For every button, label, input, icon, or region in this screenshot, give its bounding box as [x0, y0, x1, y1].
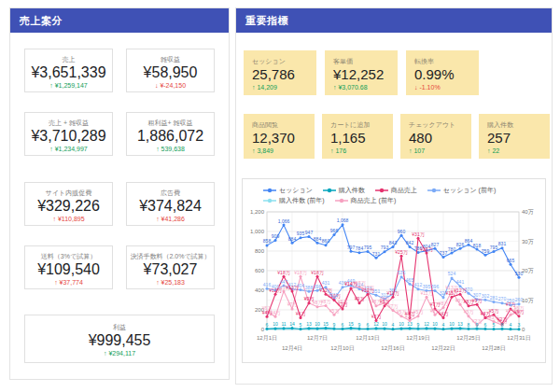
chart-legend-item[interactable]: 商品売上	[375, 186, 417, 195]
card-label: 送料（3%で試算）	[25, 252, 112, 260]
svg-text:¥12万: ¥12万	[319, 287, 332, 293]
svg-text:¥18万: ¥18万	[294, 270, 307, 275]
card-delta: ↑ 539,638	[127, 145, 214, 154]
svg-text:281: 281	[490, 295, 498, 301]
kpi-card: 商品閲覧12,370↑ 3,849	[244, 114, 315, 159]
svg-text:¥12万: ¥12万	[269, 287, 282, 293]
svg-text:270: 270	[498, 296, 507, 301]
kpi-row-2: 商品閲覧12,370↑ 3,849カートに追加1,165↑ 176チェックアウト…	[244, 114, 552, 159]
svg-text:12月10日: 12月10日	[330, 345, 354, 352]
svg-text:960: 960	[398, 229, 406, 234]
svg-text:6: 6	[266, 322, 269, 328]
scorecard-row: 売上¥3,651,339↑ ¥1,259,147雑収益¥58,950↓ ¥-24…	[24, 49, 215, 92]
svg-text:9: 9	[333, 322, 336, 328]
card-delta-value: ¥37,774	[58, 279, 83, 286]
card-label: カートに追加	[330, 120, 393, 129]
trend-chart[interactable]: セッション購入件数商品売上セッション (前年)購入件数 (前年)商品売上 (前年…	[242, 178, 546, 363]
card-delta: ↑ ¥1,259,147	[25, 81, 112, 91]
card-value: 0.99%	[414, 65, 479, 83]
svg-text:11: 11	[281, 321, 286, 327]
svg-text:465: 465	[406, 277, 414, 283]
svg-text:12: 12	[424, 321, 429, 327]
svg-text:12月1日: 12月1日	[257, 335, 277, 342]
svg-text:395: 395	[423, 284, 431, 289]
svg-text:12月19日: 12月19日	[406, 335, 429, 342]
chart-legend-item[interactable]: 購入件数	[323, 186, 365, 195]
card-delta-value: ¥25,183	[160, 279, 185, 286]
svg-text:¥4万: ¥4万	[405, 311, 416, 316]
card-value: ¥3,651,339	[25, 63, 112, 81]
card-value: ¥73,027	[127, 260, 214, 278]
svg-text:884: 884	[288, 236, 297, 242]
svg-text:842: 842	[406, 240, 414, 245]
key-metrics-panel: 重要指標 セッション25,786↑ 14,209客単価¥12,252↑ ¥3,0…	[235, 7, 553, 385]
trend-chart-svg: 02004006008001,0001,200010万20万30万40万12月1…	[243, 206, 547, 359]
svg-text:737: 737	[440, 250, 448, 256]
card-label: サイト内販促費	[25, 189, 112, 197]
svg-text:10: 10	[382, 321, 387, 327]
svg-text:795: 795	[364, 245, 372, 250]
svg-text:¥25万: ¥25万	[395, 249, 408, 255]
legend-marker-icon	[375, 188, 388, 193]
svg-text:14: 14	[289, 321, 295, 327]
svg-text:10: 10	[315, 321, 320, 327]
svg-text:412: 412	[414, 282, 423, 287]
card-delta-value: ¥1,234,997	[53, 146, 88, 152]
svg-text:302: 302	[482, 293, 490, 299]
card-label: セッション	[252, 57, 316, 65]
svg-text:10万: 10万	[522, 298, 534, 303]
svg-text:780: 780	[448, 246, 456, 252]
legend-label: 購入件数	[339, 186, 365, 195]
card-value: ¥58,950	[127, 63, 214, 81]
svg-text:759: 759	[482, 248, 490, 254]
card-delta: ↓ -1.10%	[414, 83, 479, 92]
svg-text:784: 784	[356, 245, 364, 251]
svg-text:¥12万: ¥12万	[454, 287, 467, 293]
card-delta-value: ¥-24,150	[158, 82, 186, 89]
chart-legend-item[interactable]: セッション (前年)	[427, 186, 496, 195]
card-label: 利益	[25, 323, 214, 331]
legend-label: 商品売上	[391, 186, 417, 195]
svg-text:¥8万: ¥8万	[321, 299, 332, 304]
chart-legend-item[interactable]: 購入件数 (前年)	[263, 196, 325, 205]
card-delta-value: ¥41,286	[160, 216, 185, 222]
svg-text:10: 10	[449, 321, 455, 327]
svg-text:¥3万: ¥3万	[371, 314, 383, 319]
scorecard: 雑収益¥58,950↓ ¥-24,150	[126, 49, 215, 92]
card-value: 257	[487, 129, 550, 147]
card-delta-value: ¥3,070.68	[337, 84, 368, 91]
chart-legend-item[interactable]: 商品売上 (前年)	[335, 196, 397, 205]
scorecard: 売上¥3,651,339↑ ¥1,259,147	[24, 49, 113, 92]
svg-text:10: 10	[273, 321, 278, 327]
chart-legend-item[interactable]: セッション	[263, 186, 313, 195]
kpi-card: 転換率0.99%↓ -1.10%	[406, 50, 479, 95]
svg-text:12月13日: 12月13日	[356, 335, 379, 342]
card-value: ¥3,710,289	[25, 127, 112, 145]
svg-text:¥4万: ¥4万	[262, 310, 273, 315]
svg-text:1,200: 1,200	[250, 209, 265, 215]
legend-marker-icon	[427, 188, 441, 193]
card-delta: ↑ ¥3,070.68	[333, 83, 398, 92]
svg-text:818: 818	[473, 243, 482, 248]
card-delta-value: 176	[334, 147, 347, 154]
svg-text:831: 831	[498, 241, 507, 246]
card-delta-value: 539,638	[160, 146, 185, 152]
card-value: ¥329,226	[25, 197, 112, 215]
svg-text:843: 843	[389, 240, 398, 245]
card-label: 売上	[25, 55, 112, 63]
card-value: 480	[409, 129, 471, 147]
svg-text:5: 5	[493, 322, 496, 328]
svg-text:12: 12	[373, 321, 379, 327]
svg-text:¥13万: ¥13万	[286, 285, 299, 290]
svg-text:9: 9	[358, 322, 361, 328]
svg-text:858: 858	[263, 238, 272, 244]
card-value: 25,786	[252, 65, 316, 83]
scorecard: 利益¥999,455↑ ¥294,117	[24, 315, 215, 363]
svg-text:¥7万: ¥7万	[430, 301, 441, 307]
svg-text:¥10万: ¥10万	[328, 293, 341, 299]
dashboard: 売上案分 売上¥3,651,339↑ ¥1,259,147雑収益¥58,950↓…	[0, 0, 560, 392]
card-delta: ↑ ¥41,286	[127, 215, 214, 224]
card-delta: ↑ ¥294,117	[25, 349, 214, 358]
svg-text:¥9万: ¥9万	[472, 298, 483, 303]
svg-text:524: 524	[448, 271, 456, 276]
